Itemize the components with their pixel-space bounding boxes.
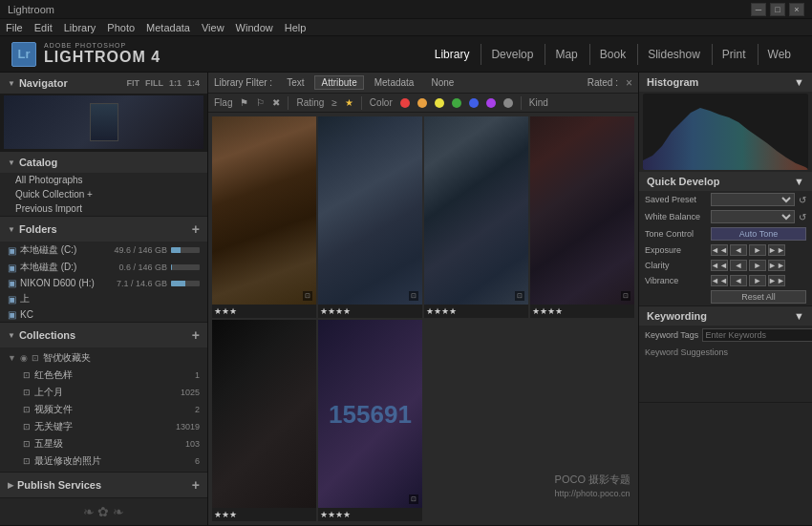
menu-window[interactable]: Window (236, 22, 273, 33)
menu-photo[interactable]: Photo (107, 22, 135, 33)
collection-item-5star[interactable]: ⊡ 五星级 103 (0, 435, 207, 452)
qd-clarity-dbl-inc[interactable]: ►► (768, 260, 785, 271)
histogram-header[interactable]: Histogram ▼ (639, 73, 812, 92)
qd-clarity-inc[interactable]: ► (749, 260, 766, 271)
filter-tab-none[interactable]: None (424, 75, 460, 90)
collection-item-video[interactable]: ⊡ 视频文件 2 (0, 401, 207, 418)
lr-badge: Lr (11, 42, 36, 67)
qd-reset-all-button[interactable]: Reset All (711, 290, 806, 304)
minimize-button[interactable]: ─ (751, 3, 766, 16)
filter-tab-attribute[interactable]: Attribute (314, 75, 363, 90)
qd-preset-arrow[interactable]: ↺ (799, 195, 806, 205)
photo-cell-4[interactable]: ⊡ ★★★★ (530, 116, 634, 318)
photo-cell-6[interactable]: 155691 ⊡ ★★★★ (318, 320, 422, 521)
close-button[interactable]: × (789, 3, 804, 16)
qd-vibrance-inc[interactable]: ► (749, 275, 766, 286)
folder-item-h[interactable]: ▣ NIKON D600 (H:) 7.1 / 14.6 GB (0, 276, 207, 290)
flag-unflagged[interactable]: ⚐ (256, 97, 265, 108)
catalog-all-photos[interactable]: All Photographs (0, 173, 207, 187)
collection-name-5star: 五星级 (34, 437, 182, 451)
nav-tab-book[interactable]: Book (589, 44, 635, 65)
photo-cell-2[interactable]: ⊡ ★★★★ (318, 116, 422, 318)
publish-add-button[interactable]: + (192, 477, 200, 493)
publish-services-header[interactable]: ▶ Publish Services + (0, 473, 207, 497)
nav-tab-print[interactable]: Print (712, 44, 756, 65)
color-orange[interactable] (417, 98, 427, 108)
catalog-previous-import[interactable]: Previous Import (0, 201, 207, 216)
navigator-header[interactable]: ▼ Navigator FIT FILL 1:1 1:4 (0, 73, 207, 94)
photo-cell-5[interactable]: ★★★ (212, 320, 316, 521)
collection-count-nokw: 13019 (176, 422, 200, 431)
folder-bar-c (171, 247, 200, 253)
qd-exposure-dbl-dec[interactable]: ◄◄ (711, 244, 728, 256)
folder-item-top[interactable]: ▣ 上 (0, 290, 207, 307)
filter-tab-metadata[interactable]: Metadata (368, 75, 421, 90)
folder-item-d[interactable]: ▣ 本地磁盘 (D:) 0.6 / 146 GB (0, 259, 207, 276)
flag-rejected[interactable]: ✖ (272, 97, 280, 108)
catalog-header[interactable]: ▼ Catalog (0, 152, 207, 173)
filter-close-button[interactable]: × (626, 76, 632, 90)
flag-flagged[interactable]: ⚑ (240, 97, 248, 108)
nav-tab-map[interactable]: Map (545, 44, 587, 65)
photo-cell-3[interactable]: ⊡ ★★★★ (424, 116, 528, 318)
collections-header[interactable]: ▼ Collections + (0, 323, 207, 347)
qd-exposure-dbl-inc[interactable]: ►► (768, 244, 785, 256)
folder-item-c[interactable]: ▣ 本地磁盘 (C:) 49.6 / 146 GB (0, 242, 207, 259)
collection-group-smart[interactable]: ▼ ◉ ⊡ 智优收藏夹 (0, 349, 207, 367)
filter-tab-text[interactable]: Text (280, 75, 310, 90)
nav-tab-library[interactable]: Library (425, 44, 480, 65)
folders-header[interactable]: ▼ Folders + (0, 217, 207, 242)
attr-divider-2 (361, 96, 362, 110)
menu-file[interactable]: File (6, 22, 23, 33)
collections-add-button[interactable]: + (192, 327, 200, 343)
color-red[interactable] (400, 98, 410, 108)
color-blue[interactable] (469, 98, 479, 108)
qd-preset-select[interactable] (711, 193, 795, 206)
color-yellow[interactable] (435, 98, 444, 108)
smart-collection-icon: ⊡ (32, 353, 39, 363)
quick-develop-header[interactable]: Quick Develop ▼ (639, 172, 812, 191)
menu-help[interactable]: Help (285, 22, 307, 33)
collection-item-red[interactable]: ⊡ 红色色样 1 (0, 367, 207, 384)
collection-item-recent[interactable]: ⊡ 最近修改的照片 6 (0, 452, 207, 470)
color-purple[interactable] (486, 98, 496, 108)
menu-library[interactable]: Library (64, 22, 96, 33)
zoom-1-4[interactable]: 1:4 (187, 78, 200, 88)
menu-view[interactable]: View (202, 22, 224, 33)
qd-vibrance-dec[interactable]: ◄ (730, 275, 747, 286)
qd-wb-select[interactable] (711, 210, 795, 223)
folder-item-kc[interactable]: ▣ KC (0, 307, 207, 322)
nav-tab-slideshow[interactable]: Slideshow (637, 44, 710, 65)
titlebar-controls: ─ □ × (751, 3, 804, 16)
zoom-fit[interactable]: FIT (126, 78, 139, 88)
qd-exposure-inc[interactable]: ► (749, 244, 766, 256)
maximize-button[interactable]: □ (770, 3, 785, 16)
nav-tab-web[interactable]: Web (758, 44, 801, 65)
menu-metadata[interactable]: Metadata (146, 22, 190, 33)
qd-auto-tone-button[interactable]: Auto Tone (711, 227, 806, 241)
rated-label: Rated : (588, 77, 618, 88)
qd-vibrance-dbl-inc[interactable]: ►► (768, 275, 785, 286)
folders-add-button[interactable]: + (192, 221, 200, 237)
zoom-1-1[interactable]: 1:1 (169, 78, 182, 88)
qd-wb-arrow[interactable]: ↺ (799, 212, 806, 222)
catalog-triangle: ▼ (8, 158, 15, 167)
catalog-quick-collection[interactable]: Quick Collection + (0, 187, 207, 201)
menu-edit[interactable]: Edit (34, 22, 53, 33)
nav-tab-develop[interactable]: Develop (481, 44, 543, 65)
photo-stars-6: ★★★★ (318, 508, 353, 521)
qd-exposure-dec[interactable]: ◄ (730, 244, 747, 256)
color-green[interactable] (452, 98, 461, 108)
collection-item-nokw[interactable]: ⊡ 无关键字 13019 (0, 418, 207, 435)
keywording-header[interactable]: Keywording ▼ (639, 306, 812, 326)
color-none[interactable] (503, 98, 513, 108)
photo-cell-1[interactable]: ⊡ ★★★ (212, 116, 316, 318)
kw-tags-input[interactable] (702, 328, 812, 342)
qd-clarity-dbl-dec[interactable]: ◄◄ (711, 260, 728, 271)
qd-clarity-dec[interactable]: ◄ (730, 260, 747, 271)
collection-item-month[interactable]: ⊡ 上个月 1025 (0, 384, 207, 401)
zoom-fill[interactable]: FILL (145, 78, 163, 88)
qd-vibrance-dbl-dec[interactable]: ◄◄ (711, 275, 728, 286)
rating-star[interactable]: ★ (345, 97, 353, 108)
folder-bar-h (171, 281, 200, 286)
